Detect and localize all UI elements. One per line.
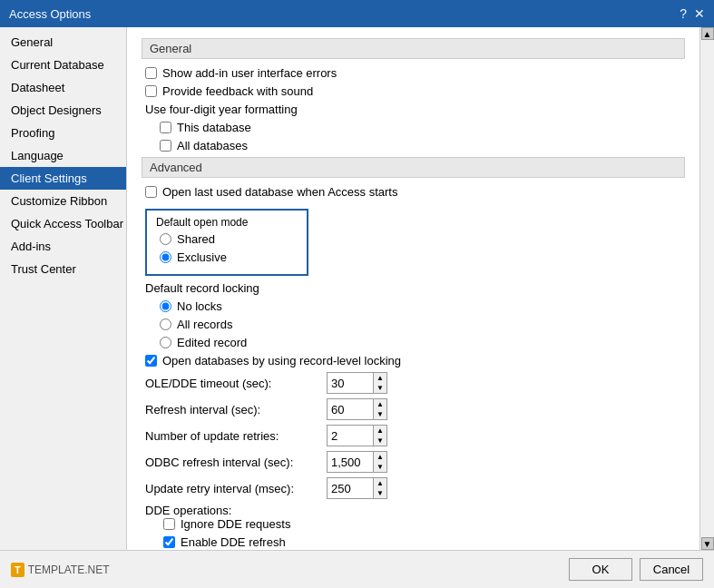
all-databases-row: All databases [142,139,685,152]
num-update-retries-spinner-btns: ▲ ▼ [373,426,386,446]
num-update-retries-input[interactable] [328,428,373,444]
sidebar-item-add-ins[interactable]: Add-ins [0,235,126,258]
enable-dde-checkbox[interactable] [163,536,175,548]
ole-dde-spinner-btns: ▲ ▼ [373,373,386,393]
odbc-decrement[interactable]: ▼ [374,462,386,472]
dialog-body: General Current Database Datasheet Objec… [0,27,714,550]
four-digit-year-row: Use four-digit year formatting [142,103,685,116]
sidebar-item-current-database[interactable]: Current Database [0,54,126,76]
update-retry-input[interactable] [328,481,373,496]
scroll-down-btn[interactable]: ▼ [701,537,714,550]
odbc-refresh-spinner: ▲ ▼ [327,451,387,473]
brand-icon: T [11,563,24,577]
update-retry-spinner: ▲ ▼ [327,477,387,499]
no-locks-label: No locks [177,299,222,313]
edited-record-radio[interactable] [160,337,171,348]
sidebar-item-client-settings[interactable]: Client Settings [0,167,126,190]
ok-button[interactable]: OK [569,558,632,581]
odbc-refresh-label: ODBC refresh interval (sec): [145,456,327,469]
record-level-locking-checkbox[interactable] [145,355,157,367]
this-database-label: This database [177,121,251,134]
sidebar-item-proofing[interactable]: Proofing [0,122,126,144]
ole-dde-decrement[interactable]: ▼ [374,383,386,393]
refresh-increment[interactable]: ▲ [374,399,386,409]
window-title: Access Options [9,7,91,21]
sidebar-item-general[interactable]: General [0,31,126,54]
ole-dde-row: OLE/DDE timeout (sec): ▲ ▼ [142,372,685,394]
cancel-button[interactable]: Cancel [640,558,703,581]
dde-operations-label: DDE operations: [145,504,685,517]
all-records-label: All records [177,318,232,331]
num-retries-decrement[interactable]: ▼ [374,436,386,446]
sidebar-item-customize-ribbon[interactable]: Customize Ribbon [0,190,126,212]
provide-feedback-label: Provide feedback with sound [162,84,313,98]
advanced-section-header: Advanced [142,157,685,178]
update-retry-spinner-btns: ▲ ▼ [373,478,386,498]
open-last-db-checkbox[interactable] [145,186,157,198]
ignore-dde-label: Ignore DDE requests [181,517,290,531]
ignore-dde-checkbox[interactable] [163,518,175,530]
help-button[interactable]: ? [680,6,687,21]
ole-dde-increment[interactable]: ▲ [374,373,386,383]
this-database-checkbox[interactable] [160,122,171,133]
show-addin-errors-row: Show add-in user interface errors [142,66,685,80]
enable-dde-row: Enable DDE refresh [145,535,685,549]
all-databases-checkbox[interactable] [160,140,171,152]
show-addin-errors-label: Show add-in user interface errors [162,66,337,80]
general-section-header: General [142,38,685,59]
no-locks-radio[interactable] [160,300,171,312]
four-digit-year-label: Use four-digit year formatting [145,103,298,116]
update-retry-increment[interactable]: ▲ [374,478,386,488]
ole-dde-input[interactable] [328,376,373,391]
open-last-db-label: Open last used database when Access star… [162,185,397,199]
sidebar-item-datasheet[interactable]: Datasheet [0,76,126,99]
title-bar-controls: ? ✕ [680,6,705,21]
content-scroll: General Show add-in user interface error… [127,27,699,550]
content-area: General Show add-in user interface error… [127,27,714,550]
record-level-locking-label: Open databases by using record-level loc… [162,354,401,368]
refresh-interval-spinner: ▲ ▼ [327,398,387,420]
sidebar-item-quick-access-toolbar[interactable]: Quick Access Toolbar [0,212,126,235]
exclusive-radio[interactable] [160,251,171,263]
refresh-interval-label: Refresh interval (sec): [145,403,327,416]
provide-feedback-checkbox[interactable] [145,85,157,97]
exclusive-label: Exclusive [177,250,227,264]
scrollbar[interactable]: ▲ ▼ [699,27,714,550]
refresh-interval-input[interactable] [328,402,373,417]
scroll-up-btn[interactable]: ▲ [701,27,714,40]
odbc-increment[interactable]: ▲ [374,452,386,462]
edited-record-label: Edited record [177,336,247,349]
edited-record-row: Edited record [142,336,685,349]
ignore-dde-row: Ignore DDE requests [145,517,685,531]
default-open-mode-label: Default open mode [156,216,298,229]
update-retry-row: Update retry interval (msec): ▲ ▼ [142,477,685,499]
refresh-interval-row: Refresh interval (sec): ▲ ▼ [142,398,685,420]
default-open-mode-group: Default open mode Shared Exclusive [145,209,308,276]
num-update-retries-spinner: ▲ ▼ [327,425,387,446]
refresh-interval-spinner-btns: ▲ ▼ [373,399,386,419]
num-update-retries-label: Number of update retries: [145,429,327,443]
update-retry-label: Update retry interval (msec): [145,482,327,495]
sidebar-item-object-designers[interactable]: Object Designers [0,99,126,122]
odbc-refresh-input[interactable] [328,455,373,470]
show-addin-errors-checkbox[interactable] [145,67,157,79]
sidebar-item-language[interactable]: Language [0,144,126,167]
footer-brand: T TEMPLATE.NET [11,563,110,577]
num-retries-increment[interactable]: ▲ [374,426,386,436]
refresh-decrement[interactable]: ▼ [374,409,386,419]
sidebar-item-trust-center[interactable]: Trust Center [0,258,126,280]
record-level-locking-row: Open databases by using record-level loc… [142,354,685,368]
shared-radio[interactable] [160,233,171,245]
no-locks-row: No locks [142,299,685,313]
all-records-radio[interactable] [160,318,171,330]
brand-text: TEMPLATE.NET [28,564,110,576]
close-button[interactable]: ✕ [694,6,705,21]
title-bar: Access Options ? ✕ [0,0,714,27]
provide-feedback-row: Provide feedback with sound [142,84,685,98]
default-record-locking-label: Default record locking [145,281,259,295]
default-record-locking-row: Default record locking [142,281,685,295]
open-last-db-row: Open last used database when Access star… [142,185,685,199]
all-databases-label: All databases [177,139,248,152]
shared-radio-row: Shared [156,232,298,246]
update-retry-decrement[interactable]: ▼ [374,488,386,498]
